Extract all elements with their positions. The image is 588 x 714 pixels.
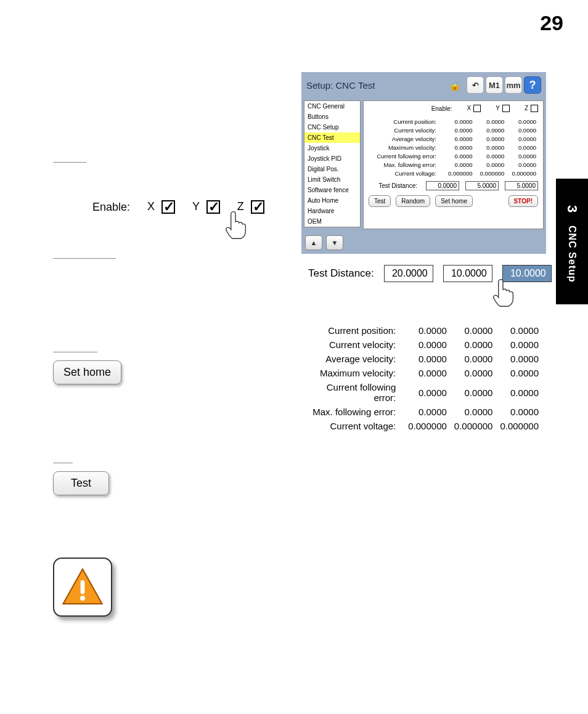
sidebar-item[interactable]: Buttons [304, 112, 360, 122]
enable-z-checkbox[interactable] [251, 200, 264, 214]
table-row: Current voltage:0.0000000.0000000.000000 [302, 419, 542, 433]
row-value: 0.0000 [506, 160, 538, 169]
row-value: 0.0000 [451, 323, 497, 338]
sidebar-item[interactable]: Joystick PID [304, 153, 360, 164]
sidebar-item[interactable]: Limit Switch [304, 174, 360, 185]
row-value: 0.0000 [496, 323, 542, 338]
td-big-y-input[interactable]: 10.0000 [443, 265, 492, 282]
table-row: Current position:0.00000.00000.0000 [302, 323, 542, 338]
content-td-y-input[interactable] [465, 181, 499, 190]
page-number: 29 [540, 11, 563, 35]
heading-underline [53, 352, 97, 352]
axis-z-wrap: Z [237, 200, 264, 214]
heading-underline [53, 258, 116, 259]
content-button-row: Test Random Set home STOP! [369, 195, 538, 207]
section-number: 3 [564, 205, 580, 213]
row-label: Maximum velocity: [302, 366, 404, 380]
lock-icon[interactable]: 🔒 [449, 79, 461, 91]
nav-up-button[interactable]: ▲ [305, 235, 322, 250]
svg-rect-0 [81, 580, 85, 594]
row-value: 0.0000 [404, 405, 451, 419]
content-stop-button[interactable]: STOP! [508, 195, 538, 207]
enable-row: Enable: X Y Z [92, 200, 264, 214]
row-value: 0.000000 [506, 169, 538, 177]
tap-hand-icon [221, 209, 250, 240]
row-value: 0.0000 [475, 126, 507, 134]
sidebar-item[interactable]: Digital Pos. [304, 164, 360, 174]
content-test-button[interactable]: Test [369, 195, 391, 207]
row-label: Average velocity: [369, 134, 443, 143]
content-enable-x-checkbox[interactable] [473, 105, 481, 112]
row-value: 0.000000 [404, 419, 451, 433]
sidebar-item[interactable]: CNC Setup [304, 122, 360, 132]
enable-label: Enable: [92, 201, 130, 214]
content-enable-y-checkbox[interactable] [502, 105, 510, 112]
row-value: 0.000000 [443, 169, 475, 177]
nav-down-button[interactable]: ▼ [326, 235, 343, 250]
td-big-x-input[interactable]: 20.0000 [384, 265, 433, 282]
row-label: Maximum velocity: [369, 143, 443, 152]
heading-underline [53, 463, 73, 463]
sidebar-item[interactable]: OEM [304, 216, 360, 227]
table-row: Current following error:0.00000.00000.00… [369, 152, 538, 160]
row-value: 0.0000 [451, 380, 497, 405]
row-label: Current following error: [369, 152, 443, 160]
table-row: Maximum velocity:0.00000.00000.0000 [302, 366, 542, 380]
table-row: Current position:0.00000.00000.0000 [369, 117, 538, 126]
row-value: 0.000000 [496, 419, 542, 433]
row-value: 0.0000 [404, 366, 451, 380]
row-label: Current following error: [302, 380, 404, 405]
table-row: Max. following error:0.00000.00000.0000 [369, 160, 538, 169]
row-value: 0.0000 [443, 117, 475, 126]
row-value: 0.0000 [443, 134, 475, 143]
content-sethome-button[interactable]: Set home [435, 195, 473, 207]
undo-button[interactable]: ↶ [467, 76, 484, 94]
row-value: 0.0000 [506, 117, 538, 126]
stats-table-enlarged: Current position:0.00000.00000.0000Curre… [302, 323, 542, 433]
sidebar-item[interactable]: CNC Test [304, 132, 360, 143]
sidebar-item[interactable]: CNC General [304, 101, 360, 112]
content-test-distance-row: Test Distance: [369, 181, 538, 190]
content-enable-z-checkbox[interactable] [531, 105, 538, 112]
content-axis-z: Z [525, 105, 538, 112]
set-home-button[interactable]: Set home [53, 360, 121, 384]
row-label: Current voltage: [369, 169, 443, 177]
sidebar-item[interactable]: Joystick [304, 143, 360, 153]
test-button[interactable]: Test [53, 471, 109, 495]
section-title: CNC Setup [566, 225, 578, 283]
content-random-button[interactable]: Random [396, 195, 430, 207]
window-titlebar: Setup: CNC Test 🔒 ↶ M1 mm ? [301, 72, 546, 98]
row-value: 0.0000 [496, 405, 542, 419]
content-enable-label: Enable: [431, 105, 452, 112]
sidebar-item[interactable]: Hardware [304, 206, 360, 216]
row-value: 0.0000 [475, 160, 507, 169]
row-label: Max. following error: [302, 405, 404, 419]
row-value: 0.0000 [451, 405, 497, 419]
axis-x-wrap: X [147, 200, 175, 214]
row-value: 0.0000 [443, 126, 475, 134]
content-td-z-input[interactable] [505, 181, 538, 190]
row-label: Current velocity: [302, 338, 404, 352]
row-value: 0.0000 [451, 338, 497, 352]
row-value: 0.0000 [404, 323, 451, 338]
sidebar-item[interactable]: Software fence [304, 185, 360, 195]
row-value: 0.0000 [475, 134, 507, 143]
content-td-x-input[interactable] [426, 181, 459, 190]
mm-button[interactable]: mm [505, 76, 522, 94]
row-value: 0.0000 [443, 160, 475, 169]
sidebar-item[interactable]: Auto Home [304, 195, 360, 206]
content-axis-x: X [467, 105, 481, 112]
table-row: Average velocity:0.00000.00000.0000 [369, 134, 538, 143]
help-button[interactable]: ? [524, 76, 541, 94]
row-label: Current position: [369, 117, 443, 126]
test-distance-row-enlarged: Test Distance: 20.0000 10.0000 10.0000 [308, 265, 552, 282]
row-label: Current voltage: [302, 419, 404, 433]
row-value: 0.0000 [496, 380, 542, 405]
setup-cnc-test-screenshot: Setup: CNC Test 🔒 ↶ M1 mm ? CNC GeneralB… [301, 72, 546, 254]
td-big-z-input[interactable]: 10.0000 [502, 265, 552, 282]
enable-y-checkbox[interactable] [206, 200, 220, 214]
row-value: 0.0000 [475, 143, 507, 152]
m1-button[interactable]: M1 [486, 76, 503, 94]
enable-x-checkbox[interactable] [161, 200, 175, 214]
row-value: 0.0000 [496, 352, 542, 366]
